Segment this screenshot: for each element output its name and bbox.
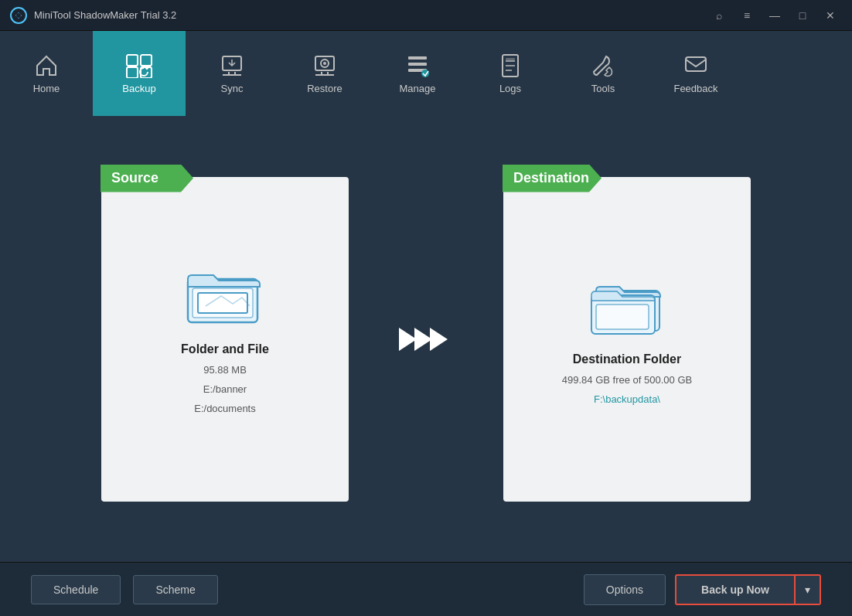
- main-content: Source Folder and File 95.88 MB E:/banne…: [0, 116, 852, 562]
- nav-home[interactable]: Home: [0, 31, 93, 116]
- nav-manage-label: Manage: [400, 83, 436, 94]
- nav-feedback[interactable]: Feedback: [649, 31, 742, 116]
- nav-sync[interactable]: Sync: [186, 31, 278, 116]
- feedback-icon: [683, 53, 708, 78]
- app-title: MiniTool ShadowMaker Trial 3.2: [34, 9, 176, 21]
- navbar: Home Backup Sync Restore: [0, 31, 852, 116]
- nav-tools-label: Tools: [591, 83, 615, 94]
- nav-home-label: Home: [33, 83, 60, 94]
- arrow-container: [395, 320, 457, 359]
- svg-rect-10: [408, 56, 427, 60]
- svg-rect-15: [506, 58, 515, 60]
- source-path2: E:/documents: [194, 403, 256, 414]
- nav-feedback-label: Feedback: [673, 83, 717, 94]
- nav-logs[interactable]: Logs: [464, 31, 557, 116]
- options-button[interactable]: Options: [584, 574, 666, 605]
- nav-restore-label: Restore: [307, 83, 343, 94]
- nav-sync-label: Sync: [221, 83, 244, 94]
- destination-free: 499.84 GB free of 500.00 GB: [562, 374, 692, 386]
- svg-rect-19: [198, 293, 247, 313]
- nav-manage[interactable]: Manage: [371, 31, 464, 116]
- dropdown-chevron-icon: ▾: [805, 584, 810, 596]
- forward-arrows: [395, 320, 457, 359]
- source-title: Folder and File: [181, 342, 269, 356]
- svg-rect-11: [408, 63, 427, 66]
- close-button[interactable]: ✕: [818, 5, 843, 26]
- destination-folder-icon: [588, 274, 666, 335]
- menu-button[interactable]: ≡: [734, 5, 759, 26]
- backup-dropdown-button[interactable]: ▾: [796, 574, 821, 605]
- bottom-right: Options Back up Now ▾: [584, 574, 821, 605]
- nav-tools[interactable]: Tools: [557, 31, 649, 116]
- tools-icon: [591, 53, 615, 78]
- home-icon: [34, 53, 59, 78]
- source-card[interactable]: Source Folder and File 95.88 MB E:/banne…: [101, 177, 349, 502]
- sync-icon: [220, 53, 244, 78]
- source-header: Source: [101, 165, 193, 192]
- scheme-button[interactable]: Scheme: [133, 575, 217, 604]
- titlebar-left: MiniTool ShadowMaker Trial 3.2: [9, 6, 176, 25]
- svg-rect-4: [127, 67, 138, 78]
- bottombar: Schedule Scheme Options Back up Now ▾: [0, 562, 852, 616]
- schedule-button[interactable]: Schedule: [31, 575, 121, 604]
- bottom-left: Schedule Scheme: [31, 575, 218, 604]
- source-content: Folder and File 95.88 MB E:/banner E:/do…: [181, 264, 269, 414]
- svg-point-9: [323, 62, 326, 65]
- svg-rect-22: [596, 305, 649, 329]
- titlebar-controls: ⌕ ≡ — □ ✕: [707, 5, 843, 26]
- nav-restore[interactable]: Restore: [278, 31, 371, 116]
- app-logo: [9, 6, 28, 25]
- svg-point-1: [16, 13, 21, 18]
- backup-icon: [125, 53, 153, 78]
- manage-icon: [405, 53, 430, 78]
- source-size: 95.88 MB: [203, 364, 247, 376]
- search-button[interactable]: ⌕: [707, 5, 731, 26]
- nav-backup[interactable]: Backup: [93, 31, 186, 116]
- backup-now-button[interactable]: Back up Now: [675, 574, 796, 605]
- destination-card[interactable]: Destination Destination Folder 499.84 GB…: [503, 177, 751, 502]
- minimize-button[interactable]: —: [762, 5, 787, 26]
- svg-rect-3: [141, 55, 152, 66]
- logs-icon: [498, 53, 523, 78]
- restore-icon: [312, 53, 337, 78]
- source-path1: E:/banner: [203, 383, 247, 395]
- svg-rect-2: [127, 55, 138, 66]
- maximize-button[interactable]: □: [790, 5, 815, 26]
- destination-content: Destination Folder 499.84 GB free of 500…: [562, 274, 692, 405]
- source-folder-icon: [186, 264, 264, 325]
- svg-rect-16: [686, 57, 706, 71]
- destination-path: F:\backupdata\: [594, 393, 660, 405]
- destination-title: Destination Folder: [573, 352, 681, 366]
- nav-backup-label: Backup: [122, 83, 155, 94]
- titlebar: MiniTool ShadowMaker Trial 3.2 ⌕ ≡ — □ ✕: [0, 0, 852, 31]
- nav-logs-label: Logs: [499, 83, 521, 94]
- destination-header: Destination: [503, 165, 602, 192]
